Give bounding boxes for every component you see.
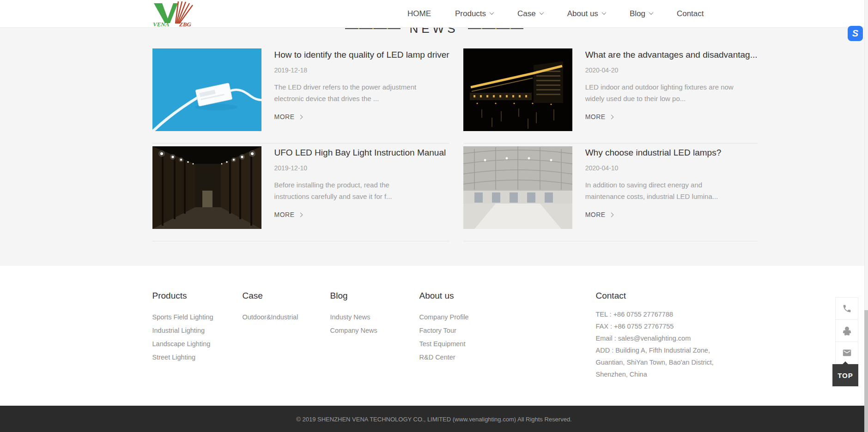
- footer-link[interactable]: Industy News: [330, 311, 419, 324]
- phone-icon: [842, 304, 852, 313]
- news-grid: How to identify the quality of LED lamp …: [152, 48, 716, 241]
- footer-col-title: About us: [419, 291, 596, 301]
- article-title[interactable]: How to identify the quality of LED lamp …: [274, 49, 449, 60]
- footer-link[interactable]: Company Profile: [419, 311, 596, 324]
- footer-col-title: Case: [243, 291, 330, 301]
- footer-col-title: Blog: [330, 291, 419, 301]
- more-label: MORE: [274, 113, 295, 120]
- article-title[interactable]: UFO LED High Bay Light Instruction Manua…: [274, 147, 449, 158]
- footer: Products Sports Field Lighting Industria…: [0, 266, 868, 406]
- footer-link[interactable]: Outdoor&Industrial: [243, 311, 330, 324]
- footer-link[interactable]: Company News: [330, 324, 419, 337]
- article-thumbnail-dark-warehouse[interactable]: [152, 146, 261, 229]
- footer-col-about-us: About us Company Profile Factory Tour Te…: [419, 291, 596, 380]
- main-nav: HOME Products Case About us Blog Contact: [395, 9, 716, 18]
- news-card: Why choose industrial LED lamps? 2020-04…: [463, 146, 758, 241]
- article-thumbnail-night-building[interactable]: [463, 48, 572, 131]
- footer-link[interactable]: Factory Tour: [419, 324, 596, 337]
- phone-button[interactable]: [835, 297, 858, 320]
- footer-col-title: Products: [152, 291, 243, 301]
- article-excerpt: In addition to saving direct energy and …: [585, 179, 737, 202]
- chevron-right-icon: [609, 114, 613, 119]
- article-body: How to identify the quality of LED lamp …: [274, 48, 449, 131]
- logo-v-shape: [154, 3, 178, 23]
- contact-address-line-2: Guantian, ShiYan Town, Bao'an District,: [596, 356, 716, 368]
- news-card: How to identify the quality of LED lamp …: [152, 48, 449, 144]
- article-date: 2020-04-10: [585, 164, 758, 172]
- nav-label: Blog: [630, 9, 645, 18]
- more-label: MORE: [585, 113, 606, 120]
- nav-item-home[interactable]: HOME: [395, 9, 443, 18]
- more-label: MORE: [585, 211, 606, 218]
- nav-item-about-us[interactable]: About us: [555, 9, 618, 18]
- mail-icon: [842, 348, 852, 358]
- heading-rule-left: [345, 28, 401, 29]
- contact-address-line-3: Shenzhen, China: [596, 368, 716, 380]
- more-link[interactable]: MORE: [274, 211, 449, 218]
- nav-item-products[interactable]: Products: [443, 9, 505, 18]
- article-title[interactable]: Why choose industrial LED lamps?: [585, 147, 758, 158]
- nav-label: Case: [517, 9, 536, 18]
- article-body: UFO LED High Bay Light Instruction Manua…: [274, 146, 449, 229]
- scrollbar-track: [864, 0, 868, 432]
- contact-fax: FAX : +86 0755 27767755: [596, 320, 716, 332]
- brand-name-secondary: ZBG: [179, 21, 192, 27]
- chevron-down-icon: [649, 10, 653, 15]
- footer-link[interactable]: Industrial Lighting: [152, 324, 243, 337]
- nav-item-blog[interactable]: Blog: [618, 9, 665, 18]
- heading-rule-right: [468, 28, 523, 29]
- news-card: What are the advantages and disadvantag.…: [463, 48, 758, 144]
- nav-label: Contact: [677, 9, 704, 18]
- more-label: MORE: [274, 211, 295, 218]
- article-date: 2019-12-18: [274, 66, 449, 74]
- more-link[interactable]: MORE: [274, 113, 449, 120]
- footer-col-case: Case Outdoor&Industrial: [243, 291, 330, 380]
- footer-link[interactable]: Landscape Lighting: [152, 337, 243, 351]
- more-link[interactable]: MORE: [585, 211, 758, 218]
- footer-col-products: Products Sports Field Lighting Industria…: [152, 291, 243, 380]
- footer-link[interactable]: Sports Field Lighting: [152, 311, 243, 324]
- copyright-bar: © 2019 SHENZHEN VENA TECHNOLOGY CO., LIM…: [0, 406, 868, 432]
- chevron-down-icon: [539, 10, 544, 15]
- article-excerpt: The LED driver refers to the power adjus…: [274, 81, 426, 104]
- contact-email: Email : sales@venalighting.com: [596, 332, 716, 344]
- footer-col-blog: Blog Industy News Company News: [330, 291, 419, 380]
- nav-label: About us: [567, 9, 598, 18]
- article-date: 2019-12-10: [274, 164, 449, 172]
- nav-label: Products: [455, 9, 486, 18]
- footer-link[interactable]: R&D Center: [419, 351, 596, 364]
- footer-col-title: Contact: [596, 291, 716, 301]
- contact-tel: TEL : +86 0755 27767788: [596, 308, 716, 320]
- qq-penguin-icon: [842, 326, 852, 336]
- email-button[interactable]: [835, 342, 858, 364]
- nav-item-contact[interactable]: Contact: [665, 9, 716, 18]
- more-link[interactable]: MORE: [585, 113, 758, 120]
- brand-logo[interactable]: VENA ZBG: [152, 1, 195, 27]
- article-date: 2020-04-20: [585, 66, 758, 74]
- scrollbar-thumb[interactable]: [864, 310, 868, 432]
- chevron-down-icon: [490, 10, 494, 15]
- news-section: NEWS How to identify the: [0, 0, 868, 266]
- footer-link[interactable]: Street Lighting: [152, 351, 243, 364]
- chevron-right-icon: [609, 212, 613, 217]
- nav-item-case[interactable]: Case: [505, 9, 555, 18]
- back-to-top-button[interactable]: TOP: [832, 364, 858, 386]
- copyright-text: © 2019 SHENZHEN VENA TECHNOLOGY CO., LIM…: [296, 416, 571, 423]
- logo-fan-lines: [176, 1, 193, 24]
- nav-label: HOME: [407, 9, 431, 18]
- floating-contact-rail: TOP: [835, 298, 858, 386]
- brand-name-primary: VENA: [153, 21, 170, 27]
- chevron-down-icon: [601, 10, 606, 15]
- footer-link[interactable]: Test Equipment: [419, 337, 596, 351]
- qq-button[interactable]: [835, 319, 858, 342]
- article-body: Why choose industrial LED lamps? 2020-04…: [585, 146, 758, 229]
- article-title[interactable]: What are the advantages and disadvantag.…: [585, 49, 758, 60]
- article-body: What are the advantages and disadvantag.…: [585, 48, 758, 131]
- contact-address-line-1: ADD : Building A, Fifth Industrial Zone,: [596, 344, 716, 356]
- top-navbar: VENA ZBG HOME Products Case About us Blo…: [0, 0, 868, 28]
- article-thumbnail-led-driver[interactable]: [152, 48, 261, 131]
- s-badge-icon[interactable]: S: [848, 26, 863, 41]
- news-card: UFO LED High Bay Light Instruction Manua…: [152, 146, 449, 241]
- article-excerpt: LED indoor and outdoor lighting fixtures…: [585, 81, 737, 104]
- article-thumbnail-bright-warehouse[interactable]: [463, 146, 572, 229]
